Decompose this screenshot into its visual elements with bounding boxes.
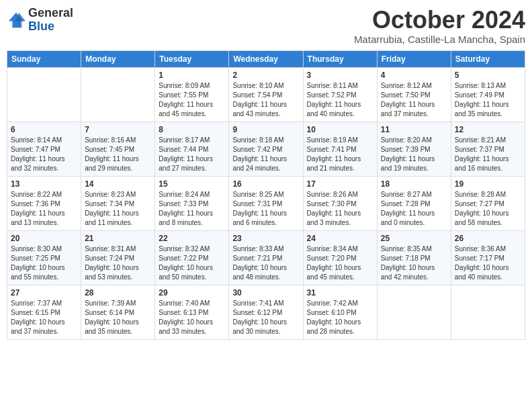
- day-detail: Sunrise: 8:21 AM Sunset: 7:37 PM Dayligh…: [455, 136, 521, 173]
- calendar-week-row: 20Sunrise: 8:30 AM Sunset: 7:25 PM Dayli…: [7, 230, 525, 285]
- day-number: 2: [232, 71, 299, 80]
- day-number: 17: [307, 179, 373, 189]
- calendar-cell: 18Sunrise: 8:27 AM Sunset: 7:28 PM Dayli…: [377, 176, 451, 230]
- calendar-table: SundayMondayTuesdayWednesdayThursdayFrid…: [7, 50, 525, 340]
- day-number: 22: [159, 234, 225, 243]
- calendar-header-sunday: Sunday: [7, 50, 81, 67]
- calendar-body: 1Sunrise: 8:09 AM Sunset: 7:55 PM Daylig…: [7, 67, 525, 339]
- day-detail: Sunrise: 8:33 AM Sunset: 7:21 PM Dayligh…: [232, 244, 299, 282]
- day-detail: Sunrise: 8:23 AM Sunset: 7:34 PM Dayligh…: [85, 190, 151, 228]
- day-number: 3: [307, 71, 373, 80]
- calendar-cell: 13Sunrise: 8:22 AM Sunset: 7:36 PM Dayli…: [7, 176, 81, 230]
- day-detail: Sunrise: 8:28 AM Sunset: 7:27 PM Dayligh…: [455, 190, 521, 228]
- day-detail: Sunrise: 8:35 AM Sunset: 7:18 PM Dayligh…: [381, 244, 447, 282]
- logo-icon: [7, 11, 26, 30]
- day-number: 11: [381, 125, 447, 134]
- day-number: 8: [159, 125, 225, 134]
- calendar-cell: 8Sunrise: 8:17 AM Sunset: 7:44 PM Daylig…: [155, 122, 229, 176]
- day-number: 20: [11, 234, 77, 243]
- day-detail: Sunrise: 8:24 AM Sunset: 7:33 PM Dayligh…: [159, 190, 225, 228]
- calendar-cell: 26Sunrise: 8:36 AM Sunset: 7:17 PM Dayli…: [451, 230, 525, 285]
- calendar-cell: 16Sunrise: 8:25 AM Sunset: 7:31 PM Dayli…: [229, 176, 303, 230]
- day-number: 5: [455, 71, 521, 80]
- calendar-cell: 2Sunrise: 8:10 AM Sunset: 7:54 PM Daylig…: [229, 67, 303, 122]
- location-subtitle: Matarrubia, Castille-La Mancha, Spain: [354, 34, 525, 45]
- calendar-header-monday: Monday: [81, 50, 155, 67]
- day-detail: Sunrise: 7:41 AM Sunset: 6:12 PM Dayligh…: [232, 299, 299, 336]
- day-detail: Sunrise: 7:37 AM Sunset: 6:15 PM Dayligh…: [11, 299, 77, 336]
- month-title: October 2024: [354, 7, 525, 34]
- day-number: 31: [307, 288, 373, 298]
- day-detail: Sunrise: 8:31 AM Sunset: 7:24 PM Dayligh…: [85, 244, 151, 282]
- calendar-week-row: 1Sunrise: 8:09 AM Sunset: 7:55 PM Daylig…: [7, 67, 525, 122]
- day-number: 9: [232, 125, 299, 134]
- calendar-cell: 4Sunrise: 8:12 AM Sunset: 7:50 PM Daylig…: [377, 67, 451, 122]
- day-number: 16: [232, 179, 299, 189]
- day-detail: Sunrise: 7:39 AM Sunset: 6:14 PM Dayligh…: [85, 299, 151, 336]
- day-number: 4: [381, 71, 447, 80]
- calendar-cell: 10Sunrise: 8:19 AM Sunset: 7:41 PM Dayli…: [303, 122, 377, 176]
- calendar-header-saturday: Saturday: [451, 50, 525, 67]
- calendar-cell: 20Sunrise: 8:30 AM Sunset: 7:25 PM Dayli…: [7, 230, 81, 285]
- day-number: 25: [381, 234, 447, 243]
- calendar-cell: [81, 67, 155, 122]
- day-detail: Sunrise: 8:27 AM Sunset: 7:28 PM Dayligh…: [381, 190, 447, 228]
- day-number: 7: [85, 125, 151, 134]
- calendar-cell: 25Sunrise: 8:35 AM Sunset: 7:18 PM Dayli…: [377, 230, 451, 285]
- day-number: 6: [11, 125, 77, 134]
- title-block: October 2024 Matarrubia, Castille-La Man…: [354, 7, 525, 45]
- day-number: 30: [232, 288, 299, 298]
- calendar-cell: [451, 285, 525, 339]
- day-number: 18: [381, 179, 447, 189]
- day-detail: Sunrise: 8:26 AM Sunset: 7:30 PM Dayligh…: [307, 190, 373, 228]
- day-detail: Sunrise: 8:10 AM Sunset: 7:54 PM Dayligh…: [232, 81, 299, 119]
- day-number: 19: [455, 179, 521, 189]
- calendar-cell: 31Sunrise: 7:42 AM Sunset: 6:10 PM Dayli…: [303, 285, 377, 339]
- calendar-cell: [377, 285, 451, 339]
- calendar-cell: 23Sunrise: 8:33 AM Sunset: 7:21 PM Dayli…: [229, 230, 303, 285]
- day-detail: Sunrise: 8:19 AM Sunset: 7:41 PM Dayligh…: [307, 136, 373, 173]
- calendar-cell: 6Sunrise: 8:14 AM Sunset: 7:47 PM Daylig…: [7, 122, 81, 176]
- day-number: 24: [307, 234, 373, 243]
- day-detail: Sunrise: 8:09 AM Sunset: 7:55 PM Dayligh…: [159, 81, 225, 119]
- day-number: 29: [159, 288, 225, 298]
- day-detail: Sunrise: 8:32 AM Sunset: 7:22 PM Dayligh…: [159, 244, 225, 282]
- day-detail: Sunrise: 8:20 AM Sunset: 7:39 PM Dayligh…: [381, 136, 447, 173]
- calendar-cell: 15Sunrise: 8:24 AM Sunset: 7:33 PM Dayli…: [155, 176, 229, 230]
- day-number: 12: [455, 125, 521, 134]
- calendar-cell: 3Sunrise: 8:11 AM Sunset: 7:52 PM Daylig…: [303, 67, 377, 122]
- day-number: 1: [159, 71, 225, 80]
- day-number: 26: [455, 234, 521, 243]
- day-detail: Sunrise: 8:11 AM Sunset: 7:52 PM Dayligh…: [307, 81, 373, 119]
- calendar-cell: 21Sunrise: 8:31 AM Sunset: 7:24 PM Dayli…: [81, 230, 155, 285]
- day-detail: Sunrise: 8:16 AM Sunset: 7:45 PM Dayligh…: [85, 136, 151, 173]
- logo-line2: Blue: [28, 20, 73, 34]
- calendar-cell: 17Sunrise: 8:26 AM Sunset: 7:30 PM Dayli…: [303, 176, 377, 230]
- calendar-cell: 22Sunrise: 8:32 AM Sunset: 7:22 PM Dayli…: [155, 230, 229, 285]
- day-detail: Sunrise: 8:34 AM Sunset: 7:20 PM Dayligh…: [307, 244, 373, 282]
- calendar-cell: 14Sunrise: 8:23 AM Sunset: 7:34 PM Dayli…: [81, 176, 155, 230]
- day-detail: Sunrise: 8:14 AM Sunset: 7:47 PM Dayligh…: [11, 136, 77, 173]
- calendar-cell: 29Sunrise: 7:40 AM Sunset: 6:13 PM Dayli…: [155, 285, 229, 339]
- calendar-cell: 27Sunrise: 7:37 AM Sunset: 6:15 PM Dayli…: [7, 285, 81, 339]
- day-detail: Sunrise: 8:36 AM Sunset: 7:17 PM Dayligh…: [455, 244, 521, 282]
- calendar-week-row: 6Sunrise: 8:14 AM Sunset: 7:47 PM Daylig…: [7, 122, 525, 176]
- calendar-cell: 7Sunrise: 8:16 AM Sunset: 7:45 PM Daylig…: [81, 122, 155, 176]
- day-number: 10: [307, 125, 373, 134]
- calendar-cell: [7, 67, 81, 122]
- day-number: 15: [159, 179, 225, 189]
- day-detail: Sunrise: 7:42 AM Sunset: 6:10 PM Dayligh…: [307, 299, 373, 336]
- day-number: 14: [85, 179, 151, 189]
- logo-line1: General: [28, 7, 73, 20]
- day-number: 27: [11, 288, 77, 298]
- day-detail: Sunrise: 8:25 AM Sunset: 7:31 PM Dayligh…: [232, 190, 299, 228]
- calendar-cell: 19Sunrise: 8:28 AM Sunset: 7:27 PM Dayli…: [451, 176, 525, 230]
- day-detail: Sunrise: 7:40 AM Sunset: 6:13 PM Dayligh…: [159, 299, 225, 336]
- day-number: 21: [85, 234, 151, 243]
- calendar-week-row: 13Sunrise: 8:22 AM Sunset: 7:36 PM Dayli…: [7, 176, 525, 230]
- calendar-week-row: 27Sunrise: 7:37 AM Sunset: 6:15 PM Dayli…: [7, 285, 525, 339]
- day-detail: Sunrise: 8:30 AM Sunset: 7:25 PM Dayligh…: [11, 244, 77, 282]
- page-header: General Blue October 2024 Matarrubia, Ca…: [7, 7, 525, 45]
- day-detail: Sunrise: 8:13 AM Sunset: 7:49 PM Dayligh…: [455, 81, 521, 119]
- calendar-cell: 9Sunrise: 8:18 AM Sunset: 7:42 PM Daylig…: [229, 122, 303, 176]
